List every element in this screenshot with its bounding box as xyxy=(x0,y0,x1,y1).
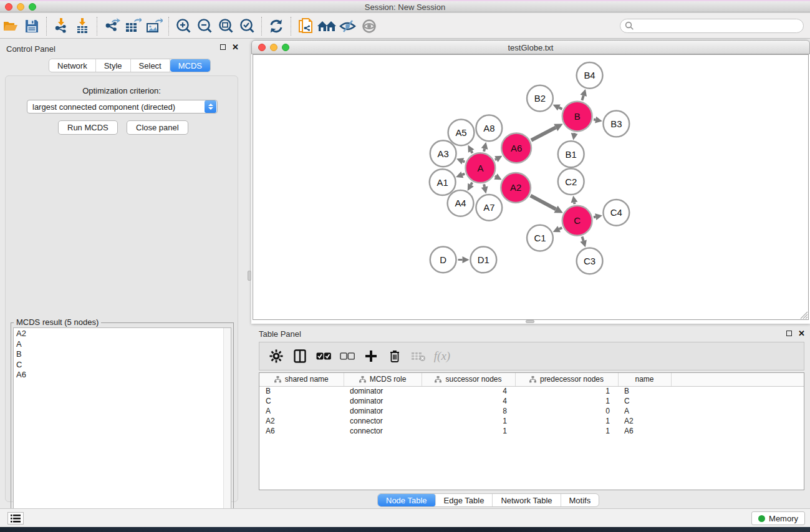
table-cell[interactable] xyxy=(671,406,804,416)
save-session-button[interactable] xyxy=(21,16,42,36)
table-cell[interactable] xyxy=(671,426,804,436)
col-name[interactable]: name xyxy=(618,373,671,386)
tab-node-table[interactable]: Node Table xyxy=(378,494,436,506)
table-cell[interactable]: A2 xyxy=(618,416,671,426)
graph-edge-A-A7[interactable] xyxy=(484,184,485,186)
add-column-button[interactable] xyxy=(359,345,383,367)
zoom-out-button[interactable] xyxy=(194,16,215,36)
graph-edge-B-B4[interactable] xyxy=(582,95,583,100)
table-cell[interactable]: A6 xyxy=(618,426,671,436)
export-network-button[interactable] xyxy=(101,16,122,36)
table-cell[interactable]: C xyxy=(618,396,671,406)
close-panel-icon[interactable]: ✕ xyxy=(232,44,239,50)
table-cell[interactable]: B xyxy=(259,386,344,396)
table-cell[interactable]: 1 xyxy=(515,426,618,436)
criterion-dropdown[interactable]: largest connected component (directed) xyxy=(27,100,218,114)
run-mcds-button[interactable]: Run MCDS xyxy=(58,120,118,135)
result-item[interactable]: C xyxy=(16,360,231,370)
import-network-button[interactable] xyxy=(51,16,72,36)
col-predecessor-nodes[interactable]: predecessor nodes xyxy=(515,373,618,386)
show-eye-button[interactable] xyxy=(359,16,380,36)
table-cell[interactable]: 8 xyxy=(422,406,515,416)
graph-edge-A-A5[interactable] xyxy=(471,151,473,153)
zoom-in-button[interactable] xyxy=(173,16,194,36)
export-image-button[interactable] xyxy=(143,16,165,36)
result-list-scrollbar[interactable] xyxy=(223,328,231,532)
table-cell[interactable]: A2 xyxy=(259,416,344,426)
table-cell[interactable]: C xyxy=(259,396,344,406)
table-row[interactable]: Bdominator41B xyxy=(259,386,804,396)
delete-table-button[interactable] xyxy=(407,345,430,367)
table-cell[interactable]: 1 xyxy=(515,386,618,396)
table-cell[interactable]: 1 xyxy=(422,426,515,436)
zoom-selected-button[interactable] xyxy=(236,16,258,36)
tab-edge-table[interactable]: Edge Table xyxy=(436,494,493,506)
result-item[interactable]: A6 xyxy=(16,370,231,380)
graph-edge-A-A3[interactable] xyxy=(463,161,465,162)
zoom-fit-button[interactable] xyxy=(215,16,236,36)
network-window-titlebar[interactable]: testGlobe.txt xyxy=(251,40,810,54)
graph-edge-A6-B[interactable] xyxy=(531,127,556,140)
table-cell[interactable]: connector xyxy=(344,416,422,426)
table-cell[interactable]: dominator xyxy=(344,406,422,416)
graph-edge-A-A4[interactable] xyxy=(471,183,472,185)
float-panel-icon[interactable] xyxy=(220,44,226,50)
refresh-button[interactable] xyxy=(266,16,287,36)
table-cell[interactable]: 0 xyxy=(515,406,618,416)
table-cell[interactable] xyxy=(671,386,804,396)
result-item[interactable]: B xyxy=(16,349,231,360)
show-columns-button[interactable] xyxy=(288,345,312,367)
search-field[interactable] xyxy=(620,19,804,33)
home-button[interactable] xyxy=(316,16,337,36)
tab-style[interactable]: Style xyxy=(96,59,131,72)
table-cell[interactable]: A xyxy=(259,406,344,416)
graph-edge-C-C1[interactable] xyxy=(559,228,562,229)
network-horizontal-scrollbar[interactable] xyxy=(526,320,534,323)
network-vertical-scrollbar[interactable] xyxy=(248,271,251,281)
export-table-button[interactable] xyxy=(122,16,143,36)
table-row[interactable]: A2connector11A2 xyxy=(259,416,804,426)
node-table[interactable]: shared name MCDS role successor nodes pr… xyxy=(259,372,804,490)
graph-edge-C-C3[interactable] xyxy=(582,236,584,241)
table-row[interactable]: Adominator80A xyxy=(259,406,804,416)
result-item[interactable]: A xyxy=(16,339,231,350)
graph-edge-A-A2[interactable] xyxy=(495,176,496,177)
tab-network-table[interactable]: Network Table xyxy=(493,494,561,506)
table-cell[interactable] xyxy=(671,416,804,426)
graph-edge-A-A8[interactable] xyxy=(484,149,485,152)
table-row[interactable]: A6connector11A6 xyxy=(259,426,804,436)
mcds-result-list[interactable]: A2ABCA6 xyxy=(13,327,231,532)
col-mcds-role[interactable]: MCDS role xyxy=(344,373,422,386)
network-canvas[interactable]: B4B2BB3A8A5A6A3B1AA1C2A2A4A7C4CC1C3DD1 xyxy=(253,54,809,320)
hide-network-button[interactable] xyxy=(337,16,359,36)
table-cell[interactable]: 4 xyxy=(422,396,515,406)
table-cell[interactable] xyxy=(671,396,804,406)
resize-grip-icon[interactable] xyxy=(800,311,808,319)
table-cell[interactable]: dominator xyxy=(344,396,422,406)
table-cell[interactable]: dominator xyxy=(344,386,422,396)
col-successor-nodes[interactable]: successor nodes xyxy=(422,373,515,386)
open-file-button[interactable] xyxy=(0,16,21,36)
close-panel-button[interactable]: Close panel xyxy=(127,120,188,135)
graph-edge-A-A6[interactable] xyxy=(495,159,496,160)
graph-edge-A2-C[interactable] xyxy=(531,196,556,210)
copy-network-button[interactable] xyxy=(295,16,316,36)
tab-motifs[interactable]: Motifs xyxy=(561,494,599,506)
result-item[interactable]: A2 xyxy=(16,329,231,339)
close-table-panel-icon[interactable]: ✕ xyxy=(798,331,805,336)
table-cell[interactable]: A xyxy=(618,406,671,416)
delete-column-button[interactable] xyxy=(383,345,407,367)
col-shared-name[interactable]: shared name xyxy=(259,373,344,386)
task-history-button[interactable] xyxy=(7,512,24,525)
float-table-panel-icon[interactable] xyxy=(786,331,792,336)
deselect-all-button[interactable] xyxy=(335,345,359,367)
graph-edge-B-B2[interactable] xyxy=(559,107,562,109)
table-cell[interactable]: 1 xyxy=(515,416,618,426)
tab-select[interactable]: Select xyxy=(131,59,170,72)
graph-edge-C-C4[interactable] xyxy=(594,217,595,218)
graph-edge-B-B3[interactable] xyxy=(594,120,595,120)
memory-button[interactable]: Memory xyxy=(751,511,805,525)
tab-network[interactable]: Network xyxy=(49,59,96,72)
table-row[interactable]: Cdominator41C xyxy=(259,396,804,406)
table-cell[interactable]: B xyxy=(618,386,671,396)
